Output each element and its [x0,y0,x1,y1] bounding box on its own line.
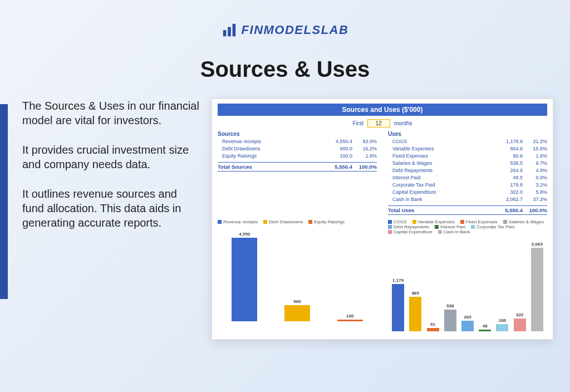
panel-title: Sources and Uses ($'000) [218,104,547,116]
row-pct: 82.0% [352,138,377,145]
bar: 322 [512,312,528,331]
legend-item: Revenue receipts [218,219,258,224]
bar-rect [461,321,474,331]
table-row: Debt Drawdowns900.016.2% [218,145,377,153]
row-label: Variable Expenses [388,145,494,153]
legend-item: Variable Expenses [412,219,455,224]
period-input[interactable]: 12 [367,119,390,128]
legend-item: Equity Raisings [308,219,345,224]
legend-swatch [471,225,475,229]
table-row: Variable Expenses864.615.6% [388,145,547,153]
table-row: Fixed Expenses90.61.6% [388,153,547,160]
legend-label: Variable Expenses [418,219,455,224]
total-value: 5,550.4 [494,207,523,213]
uses-plot: 1,17986591538265481803222,063 [388,237,547,331]
legend-swatch [503,220,507,224]
content-row: The Sources & Uses in our financial mode… [0,82,570,340]
sources-total-row: Total Sources 5,550.4 100.0% [218,162,377,171]
row-pct: 3.2% [523,182,547,189]
bar-rect [496,324,508,331]
row-label: Debt Repayments [388,167,494,174]
uses-heading: Uses [388,131,547,137]
row-label: COGS [388,138,494,145]
bar-rect [392,284,404,332]
bar-value-label: 265 [464,315,471,320]
charts-row: Revenue receiptsDebt DrawdownsEquity Rai… [218,219,547,331]
table-row: Salaries & Wages538.59.7% [388,160,547,167]
legend-swatch [388,225,392,229]
legend-label: Equity Raisings [314,219,345,224]
row-value: 1,178.9 [494,138,523,145]
sources-plot: 4,550900100 [218,227,377,321]
bar-value-label: 1,179 [392,278,404,283]
table-row: Cash in Bank2,062.737.2% [388,196,547,203]
sources-heading: Sources [218,131,377,137]
legend-swatch [388,220,392,224]
bar: 538 [443,303,458,331]
period-suffix: months [394,120,412,126]
row-value: 4,550.4 [323,138,352,145]
row-pct: 16.2% [352,145,377,153]
bar-value-label: 180 [499,318,506,323]
table-row: Interest Paid48.50.9% [388,174,547,182]
bar-rect [337,320,363,321]
legend-swatch [435,225,439,229]
bar-value-label: 865 [412,291,419,296]
uses-table: Uses COGS1,178.921.2%Variable Expenses86… [388,131,547,215]
legend-item: Debt Repayments [388,224,429,229]
legend-item: Interest Paid [435,224,465,229]
logo-icon [222,22,237,38]
legend-label: Debt Repayments [394,224,429,229]
header: FINMODELSLAB [0,0,570,40]
table-row: Debt Repayments264.94.8% [388,167,547,174]
legend-label: Fixed Expenses [466,219,498,224]
legend-item: Debt Drawdowns [263,219,303,224]
bar-value-label: 900 [293,299,301,304]
uses-total-row: Total Uses 5,550.4 100.0% [388,205,547,215]
total-pct: 100.0% [523,207,547,213]
legend-label: Revenue receipts [223,219,258,224]
bar-rect [444,310,456,331]
period-selector: First 12 months [218,119,547,128]
uses-legend: COGSVariable ExpensesFixed ExpensesSalar… [388,219,547,234]
legend-label: Debt Drawdowns [269,219,303,224]
brand-text: FINMODELSLAB [242,23,349,37]
sources-table: Sources Revenue receipts4,550.482.0%Debt… [218,131,377,215]
total-label: Total Uses [388,207,494,213]
row-value: 48.5 [494,174,523,182]
bar: 4,550 [220,232,269,321]
row-value: 322.0 [494,189,523,196]
legend-label: Capital Expenditure [394,229,433,234]
bar-rect [284,305,310,322]
bar-value-label: 538 [446,303,454,308]
row-label: Interest Paid [388,174,494,182]
table-row: Capital Expenditure322.05.8% [388,189,547,196]
row-label: Capital Expenditure [388,189,494,196]
bar: 91 [425,322,440,332]
description-column: The Sources & Uses in our financial mode… [0,99,200,245]
table-row: Corporate Tax Paid179.83.2% [388,182,547,189]
row-pct: 4.8% [523,167,547,174]
row-pct: 1.8% [352,153,377,160]
bar: 100 [325,313,375,321]
table-row: Equity Raisings100.01.8% [218,153,377,160]
total-label: Total Sources [218,164,323,170]
legend-swatch [263,220,267,224]
legend-label: Salaries & Wages [509,219,544,224]
legend-label: Corporate Tax Paid [476,224,514,229]
legend-swatch [438,230,442,234]
row-value: 900.0 [323,145,352,153]
table-row: Revenue receipts4,550.482.0% [218,138,377,145]
bar-rect [514,318,526,331]
table-row: COGS1,178.921.2% [388,138,547,145]
row-pct: 1.6% [523,153,547,160]
row-pct: 9.7% [523,160,547,167]
paragraph: It provides crucial investment size and … [17,143,200,172]
legend-item: COGS [388,219,407,224]
legend-item: Corporate Tax Paid [471,224,514,229]
total-pct: 100.0% [352,164,377,170]
bar-value-label: 48 [483,324,488,329]
bar: 2,063 [529,242,545,331]
sources-chart: Revenue receiptsDebt DrawdownsEquity Rai… [218,219,377,331]
row-value: 864.6 [494,145,523,153]
